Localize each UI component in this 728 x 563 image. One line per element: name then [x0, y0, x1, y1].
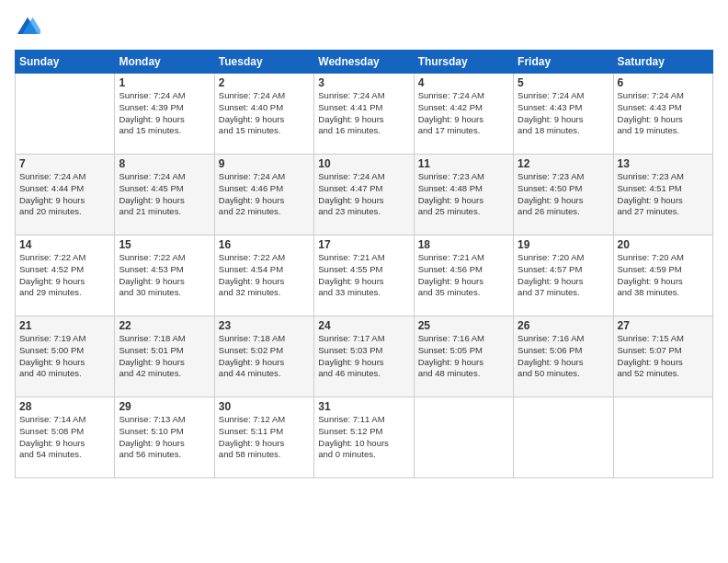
day-info: Sunrise: 7:21 AMSunset: 4:55 PMDaylight:… [318, 252, 409, 299]
day-number: 13 [618, 157, 709, 170]
day-number: 15 [119, 238, 210, 251]
day-info: Sunrise: 7:24 AMSunset: 4:44 PMDaylight:… [19, 171, 110, 218]
day-number: 19 [518, 238, 609, 251]
day-number: 11 [418, 157, 509, 170]
day-info: Sunrise: 7:14 AMSunset: 5:08 PMDaylight:… [19, 414, 110, 461]
col-header-thursday: Thursday [414, 51, 513, 74]
day-cell: 31Sunrise: 7:11 AMSunset: 5:12 PMDayligh… [314, 397, 414, 478]
day-number: 5 [518, 76, 609, 89]
day-info: Sunrise: 7:24 AMSunset: 4:42 PMDaylight:… [418, 90, 509, 137]
day-number: 10 [318, 157, 409, 170]
day-cell: 21Sunrise: 7:19 AMSunset: 5:00 PMDayligh… [16, 316, 115, 397]
day-cell: 3Sunrise: 7:24 AMSunset: 4:41 PMDaylight… [314, 74, 414, 155]
day-info: Sunrise: 7:11 AMSunset: 5:12 PMDaylight:… [318, 414, 409, 461]
day-cell: 24Sunrise: 7:17 AMSunset: 5:03 PMDayligh… [314, 316, 414, 397]
day-cell: 20Sunrise: 7:20 AMSunset: 4:59 PMDayligh… [613, 236, 712, 316]
day-cell: 5Sunrise: 7:24 AMSunset: 4:43 PMDaylight… [514, 74, 613, 155]
day-info: Sunrise: 7:24 AMSunset: 4:40 PMDaylight:… [219, 90, 310, 137]
day-info: Sunrise: 7:15 AMSunset: 5:07 PMDaylight:… [618, 333, 709, 380]
col-header-tuesday: Tuesday [214, 51, 313, 74]
page: SundayMondayTuesdayWednesdayThursdayFrid… [0, 0, 728, 563]
day-cell: 19Sunrise: 7:20 AMSunset: 4:57 PMDayligh… [514, 236, 613, 316]
day-cell: 30Sunrise: 7:12 AMSunset: 5:11 PMDayligh… [214, 397, 313, 478]
day-number: 9 [219, 157, 310, 170]
day-info: Sunrise: 7:23 AMSunset: 4:50 PMDaylight:… [518, 171, 609, 218]
day-info: Sunrise: 7:18 AMSunset: 5:01 PMDaylight:… [119, 333, 210, 380]
day-info: Sunrise: 7:24 AMSunset: 4:39 PMDaylight:… [119, 90, 210, 137]
day-info: Sunrise: 7:16 AMSunset: 5:06 PMDaylight:… [518, 333, 609, 380]
day-number: 2 [219, 76, 310, 89]
day-cell: 25Sunrise: 7:16 AMSunset: 5:05 PMDayligh… [414, 316, 513, 397]
day-number: 8 [119, 157, 210, 170]
day-info: Sunrise: 7:24 AMSunset: 4:45 PMDaylight:… [119, 171, 210, 218]
day-cell: 23Sunrise: 7:18 AMSunset: 5:02 PMDayligh… [214, 316, 313, 397]
day-number: 7 [19, 157, 110, 170]
day-cell: 16Sunrise: 7:22 AMSunset: 4:54 PMDayligh… [214, 236, 313, 316]
day-cell: 27Sunrise: 7:15 AMSunset: 5:07 PMDayligh… [613, 316, 712, 397]
week-row-1: 1Sunrise: 7:24 AMSunset: 4:39 PMDaylight… [16, 74, 713, 155]
day-number: 20 [618, 238, 709, 251]
day-number: 22 [119, 319, 210, 332]
day-cell [414, 397, 513, 478]
day-number: 30 [219, 400, 310, 413]
calendar-table: SundayMondayTuesdayWednesdayThursdayFrid… [15, 50, 713, 478]
day-cell: 17Sunrise: 7:21 AMSunset: 4:55 PMDayligh… [314, 236, 414, 316]
day-cell: 2Sunrise: 7:24 AMSunset: 4:40 PMDaylight… [214, 74, 313, 155]
logo [15, 15, 44, 40]
day-cell: 1Sunrise: 7:24 AMSunset: 4:39 PMDaylight… [115, 74, 214, 155]
col-header-monday: Monday [115, 51, 214, 74]
day-cell: 6Sunrise: 7:24 AMSunset: 4:43 PMDaylight… [613, 74, 712, 155]
day-cell: 29Sunrise: 7:13 AMSunset: 5:10 PMDayligh… [115, 397, 214, 478]
day-info: Sunrise: 7:21 AMSunset: 4:56 PMDaylight:… [418, 252, 509, 299]
day-cell: 9Sunrise: 7:24 AMSunset: 4:46 PMDaylight… [214, 155, 313, 236]
week-row-2: 7Sunrise: 7:24 AMSunset: 4:44 PMDaylight… [16, 155, 713, 236]
day-cell [16, 74, 115, 155]
day-info: Sunrise: 7:22 AMSunset: 4:53 PMDaylight:… [119, 252, 210, 299]
week-row-5: 28Sunrise: 7:14 AMSunset: 5:08 PMDayligh… [16, 397, 713, 478]
col-header-sunday: Sunday [16, 51, 115, 74]
day-info: Sunrise: 7:17 AMSunset: 5:03 PMDaylight:… [318, 333, 409, 380]
day-info: Sunrise: 7:24 AMSunset: 4:46 PMDaylight:… [219, 171, 310, 218]
day-cell: 15Sunrise: 7:22 AMSunset: 4:53 PMDayligh… [115, 236, 214, 316]
day-number: 12 [518, 157, 609, 170]
header [15, 15, 713, 40]
day-number: 21 [19, 319, 110, 332]
day-number: 17 [318, 238, 409, 251]
day-info: Sunrise: 7:23 AMSunset: 4:48 PMDaylight:… [418, 171, 509, 218]
day-cell [613, 397, 712, 478]
day-number: 18 [418, 238, 509, 251]
day-number: 27 [618, 319, 709, 332]
day-number: 14 [19, 238, 110, 251]
day-info: Sunrise: 7:24 AMSunset: 4:41 PMDaylight:… [318, 90, 409, 137]
day-number: 3 [318, 76, 409, 89]
week-row-4: 21Sunrise: 7:19 AMSunset: 5:00 PMDayligh… [16, 316, 713, 397]
day-number: 24 [318, 319, 409, 332]
day-cell: 4Sunrise: 7:24 AMSunset: 4:42 PMDaylight… [414, 74, 513, 155]
day-number: 25 [418, 319, 509, 332]
day-info: Sunrise: 7:24 AMSunset: 4:43 PMDaylight:… [618, 90, 709, 137]
day-info: Sunrise: 7:13 AMSunset: 5:10 PMDaylight:… [119, 414, 210, 461]
day-cell: 13Sunrise: 7:23 AMSunset: 4:51 PMDayligh… [613, 155, 712, 236]
day-number: 16 [219, 238, 310, 251]
day-info: Sunrise: 7:24 AMSunset: 4:43 PMDaylight:… [518, 90, 609, 137]
day-info: Sunrise: 7:19 AMSunset: 5:00 PMDaylight:… [19, 333, 110, 380]
day-cell: 26Sunrise: 7:16 AMSunset: 5:06 PMDayligh… [514, 316, 613, 397]
day-info: Sunrise: 7:20 AMSunset: 4:59 PMDaylight:… [618, 252, 709, 299]
day-cell: 11Sunrise: 7:23 AMSunset: 4:48 PMDayligh… [414, 155, 513, 236]
day-cell: 7Sunrise: 7:24 AMSunset: 4:44 PMDaylight… [16, 155, 115, 236]
day-info: Sunrise: 7:23 AMSunset: 4:51 PMDaylight:… [618, 171, 709, 218]
col-header-wednesday: Wednesday [314, 51, 414, 74]
col-header-friday: Friday [514, 51, 613, 74]
day-info: Sunrise: 7:16 AMSunset: 5:05 PMDaylight:… [418, 333, 509, 380]
day-info: Sunrise: 7:22 AMSunset: 4:54 PMDaylight:… [219, 252, 310, 299]
day-info: Sunrise: 7:18 AMSunset: 5:02 PMDaylight:… [219, 333, 310, 380]
day-cell: 14Sunrise: 7:22 AMSunset: 4:52 PMDayligh… [16, 236, 115, 316]
day-cell: 8Sunrise: 7:24 AMSunset: 4:45 PMDaylight… [115, 155, 214, 236]
day-cell: 22Sunrise: 7:18 AMSunset: 5:01 PMDayligh… [115, 316, 214, 397]
day-info: Sunrise: 7:12 AMSunset: 5:11 PMDaylight:… [219, 414, 310, 461]
day-info: Sunrise: 7:24 AMSunset: 4:47 PMDaylight:… [318, 171, 409, 218]
day-info: Sunrise: 7:22 AMSunset: 4:52 PMDaylight:… [19, 252, 110, 299]
day-number: 31 [318, 400, 409, 413]
day-number: 26 [518, 319, 609, 332]
day-number: 1 [119, 76, 210, 89]
